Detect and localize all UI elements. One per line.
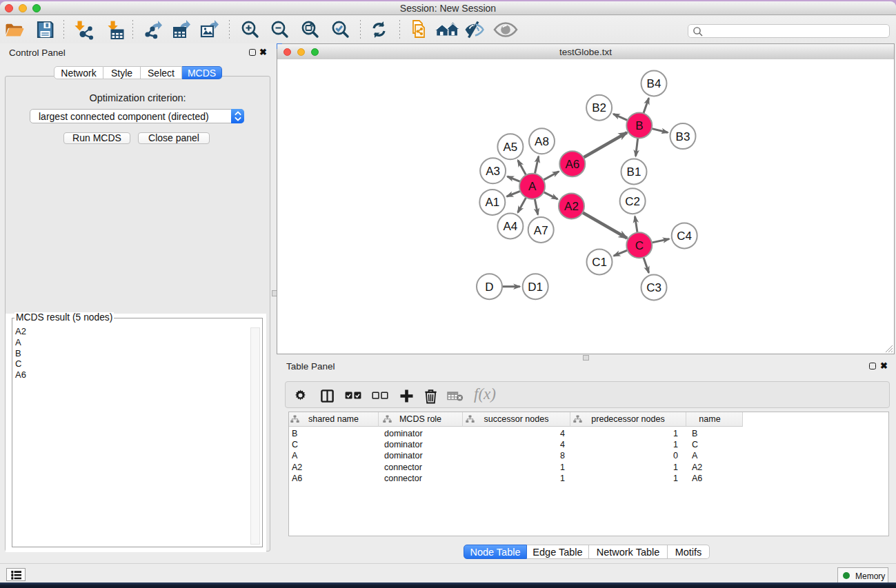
svg-text:C4: C4 [677, 230, 692, 243]
svg-text:A4: A4 [504, 220, 518, 233]
svg-text:B: B [635, 119, 643, 132]
svg-text:A8: A8 [535, 135, 549, 148]
svg-text:A: A [528, 180, 537, 193]
svg-text:B1: B1 [627, 165, 641, 179]
svg-text:B2: B2 [592, 101, 606, 114]
svg-text:A7: A7 [534, 224, 548, 237]
svg-text:A5: A5 [504, 141, 518, 154]
svg-text:C2: C2 [625, 195, 640, 208]
svg-text:A1: A1 [485, 196, 499, 209]
svg-text:D1: D1 [528, 281, 543, 294]
svg-text:A6: A6 [565, 158, 579, 171]
svg-text:D: D [485, 281, 493, 294]
svg-text:C1: C1 [592, 256, 607, 269]
svg-text:A3: A3 [486, 165, 500, 178]
svg-text:C3: C3 [646, 281, 661, 294]
svg-text:B3: B3 [676, 130, 690, 143]
svg-text:B4: B4 [647, 77, 661, 90]
svg-text:A2: A2 [564, 200, 579, 213]
svg-text:C: C [635, 239, 644, 252]
